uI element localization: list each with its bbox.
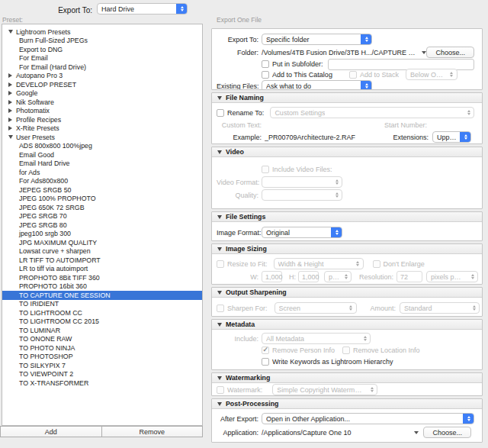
preset-item[interactable]: TO CAPTURE ONE SESSION xyxy=(2,291,202,300)
preset-item[interactable]: For Ads800x800 xyxy=(2,177,202,186)
post-processing-header[interactable]: Post-Processing xyxy=(212,399,482,409)
disclosure-closed-icon[interactable] xyxy=(8,118,12,122)
disclosure-open-icon[interactable] xyxy=(217,247,222,251)
sharpen-for-checkbox xyxy=(217,305,224,312)
disclosure-closed-icon[interactable] xyxy=(8,100,12,105)
preset-item[interactable]: Email Good xyxy=(2,150,202,160)
disclosure-open-icon[interactable] xyxy=(217,150,222,154)
preset-item[interactable]: X-Rite Presets xyxy=(2,124,202,134)
preset-item[interactable]: TO PHOTO NINJA xyxy=(2,343,202,353)
preset-item[interactable]: For Email xyxy=(2,54,202,63)
preset-item-label: TO X-TRANSFORMER xyxy=(19,379,88,387)
preset-item[interactable]: DEVELOP PRESET xyxy=(2,80,202,89)
preset-item[interactable]: Export to DNG xyxy=(2,45,202,54)
disclosure-open-icon[interactable] xyxy=(8,135,13,139)
file-naming-header[interactable]: File Naming xyxy=(212,93,482,103)
preset-item[interactable]: Photomatix xyxy=(2,107,202,116)
put-in-subfolder-checkbox[interactable] xyxy=(262,60,269,68)
preset-item[interactable]: TO X-TRANSFORMER xyxy=(2,379,202,388)
preset-list[interactable]: Lightroom PresetsBurn Full-Sized JPEGsEx… xyxy=(2,24,203,426)
preset-item[interactable]: TO PHOTOSHOP xyxy=(2,353,202,362)
preset-item[interactable]: Autopano Pro 3 xyxy=(2,72,202,81)
metadata-header[interactable]: Metadata xyxy=(212,320,482,330)
preset-item[interactable]: TO VIEWPOINT 2 xyxy=(2,370,202,379)
preset-item[interactable]: LR to tiff via autoimport xyxy=(2,265,202,274)
watermarking-header[interactable]: Watermarking xyxy=(212,373,482,383)
preset-item[interactable]: JEPEG SRGB 50 xyxy=(2,185,202,195)
preset-item[interactable]: JPEG SRGB 80 xyxy=(2,221,202,230)
disclosure-closed-icon[interactable] xyxy=(8,126,12,131)
disclosure-open-icon[interactable] xyxy=(217,215,222,219)
video-format-label: Video Format: xyxy=(217,179,258,186)
preset-item[interactable]: jpeg100 srgb 300 xyxy=(2,230,202,239)
existing-files-select[interactable]: Ask what to do xyxy=(262,80,372,90)
preset-item[interactable]: Profile Recipes xyxy=(2,115,202,124)
preset-item[interactable]: User Presets xyxy=(2,133,202,142)
preset-item[interactable]: TO ONONE RAW xyxy=(2,335,202,344)
application-popup-icon[interactable] xyxy=(414,431,419,434)
preset-item[interactable]: TO LUMINAR xyxy=(2,326,202,335)
preset-item[interactable]: Lowsat curve + sharpen xyxy=(2,247,202,256)
preset-item[interactable]: For Email (Hard Drive) xyxy=(2,63,202,72)
preset-item[interactable]: for Ads xyxy=(2,168,202,177)
output-sharpening-header[interactable]: Output Sharpening xyxy=(212,288,482,298)
video-header[interactable]: Video xyxy=(212,147,482,157)
disclosure-closed-icon[interactable] xyxy=(8,91,12,95)
preset-item[interactable]: TO IRIDIENT xyxy=(2,300,202,309)
preset-item-label: TO IRIDIENT xyxy=(19,300,59,308)
folder-path-value[interactable]: /Volumes/4TB Fusion Drive/3TB H.../CAPTU… xyxy=(262,49,419,56)
preset-item[interactable]: ADS 800x800 100%jpeg xyxy=(2,142,202,151)
image-sizing-header[interactable]: Image Sizing xyxy=(212,244,482,254)
disclosure-open-icon[interactable] xyxy=(217,291,222,295)
export-to-top-select[interactable]: Hard Drive xyxy=(97,3,188,15)
preset-item[interactable]: TO LIGHTROOM CC 2015 xyxy=(2,317,202,327)
preset-item[interactable]: PROPHOTO 16bit 360 xyxy=(2,282,202,292)
preset-item[interactable]: LR TIFF TO AUTOIMPORT xyxy=(2,256,202,265)
preset-item[interactable]: Email Hard Drive xyxy=(2,160,202,169)
image-format-select[interactable]: Original xyxy=(262,227,342,238)
add-to-catalog-checkbox[interactable] xyxy=(262,71,269,79)
remove-person-checkbox xyxy=(262,346,269,354)
disclosure-open-icon[interactable] xyxy=(8,30,13,34)
export-to-label: Export To: xyxy=(217,36,258,44)
preset-item[interactable]: JPG MAXIMUM QUALITY xyxy=(2,238,202,247)
preset-item[interactable]: JPEG 650K 72 SRGB xyxy=(2,203,202,212)
preset-item[interactable]: Lightroom Presets xyxy=(2,27,202,37)
preset-item-label: PROPHOTO 8Bit TIFF 360 xyxy=(19,274,100,282)
preset-item[interactable]: PROPHOTO 8Bit TIFF 360 xyxy=(2,273,202,282)
existing-files-label: Existing Files: xyxy=(217,82,258,90)
disclosure-closed-icon[interactable] xyxy=(8,82,12,87)
preset-item[interactable]: JPEG 100% PROPHOTO xyxy=(2,195,202,204)
remove-button[interactable]: Remove xyxy=(101,426,204,437)
choose-application-button[interactable]: Choose... xyxy=(423,427,471,438)
preset-item-label: Burn Full-Sized JPEGs xyxy=(19,37,88,44)
disclosure-open-icon[interactable] xyxy=(217,402,222,406)
remove-person-label: Remove Person Info xyxy=(272,346,335,354)
preset-item[interactable]: Nik Software xyxy=(2,98,202,107)
disclosure-open-icon[interactable] xyxy=(217,323,222,327)
preset-item[interactable]: TO LIGHTROOM CC xyxy=(2,308,202,317)
preset-item-label: For Email xyxy=(19,54,48,62)
preset-item[interactable]: JPEG SRGB 70 xyxy=(2,212,202,221)
disclosure-closed-icon[interactable] xyxy=(8,73,12,78)
export-to-select[interactable]: Specific folder xyxy=(262,34,372,45)
disclosure-closed-icon[interactable] xyxy=(8,108,12,113)
choose-folder-button[interactable]: Choose... xyxy=(426,47,474,58)
stepper-icon xyxy=(352,258,364,269)
sharpen-for-select: Screen xyxy=(274,302,357,314)
file-settings-header[interactable]: File Settings xyxy=(212,212,482,222)
preset-item[interactable]: Burn Full-Sized JPEGs xyxy=(2,37,202,46)
add-button[interactable]: Add xyxy=(0,426,102,437)
dont-enlarge-checkbox xyxy=(373,260,380,268)
preset-item-label: LR to tiff via autoimport xyxy=(19,265,88,272)
disclosure-open-icon[interactable] xyxy=(217,376,222,380)
preset-item[interactable]: Google xyxy=(2,89,202,98)
extensions-select[interactable]: Uppercase xyxy=(432,131,471,143)
preset-item[interactable]: TO SILKYPIX 7 xyxy=(2,361,202,370)
disclosure-open-icon[interactable] xyxy=(217,96,222,100)
folder-label: Folder: xyxy=(217,49,258,56)
stepper-icon xyxy=(340,271,352,282)
after-export-select[interactable]: Open in Other Application... xyxy=(262,413,474,424)
write-keywords-checkbox[interactable] xyxy=(262,358,269,366)
rename-to-checkbox[interactable] xyxy=(217,109,224,117)
